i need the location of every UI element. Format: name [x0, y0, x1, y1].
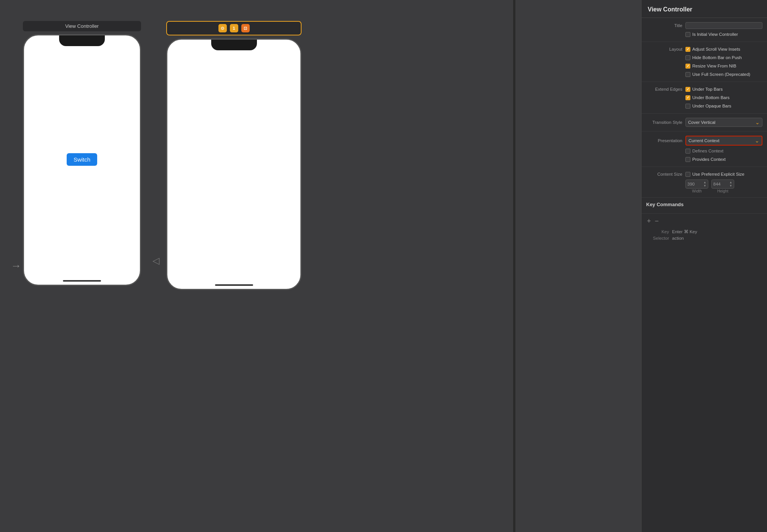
transition-style-dropdown[interactable]: Cover Vertical ⌄	[685, 118, 762, 127]
is-initial-checkbox[interactable]	[685, 32, 690, 37]
toolbar-icon-1: ⊙	[218, 24, 227, 32]
adjust-scroll-row: Layout Adjust Scroll View Insets	[642, 45, 767, 53]
presentation-dropdown[interactable]: Current Context ⌄	[685, 136, 762, 146]
use-full-screen-label: Use Full Screen (Deprecated)	[692, 72, 750, 77]
initial-view-controller-arrow: →	[11, 260, 21, 272]
width-field-container: 390 ▲▼ Width	[685, 179, 708, 193]
height-value: 844	[713, 182, 720, 186]
panel-title: View Controller	[642, 0, 767, 18]
iphone-home-bar-1	[63, 280, 101, 282]
transition-section: Transition Style Cover Vertical ⌄	[642, 114, 767, 131]
second-view-controller: ⊙ 1 ⊡	[166, 21, 302, 290]
under-top-bars-row: Extend Edges Under Top Bars	[642, 85, 767, 93]
vc2-toolbar: ⊙ 1 ⊡	[166, 21, 302, 35]
use-full-screen-content: Use Full Screen (Deprecated)	[685, 72, 762, 77]
under-bottom-bars-row: Under Bottom Bars	[642, 93, 767, 102]
transition-style-content: Cover Vertical ⌄	[685, 118, 762, 127]
defines-context-checkbox[interactable]	[685, 149, 690, 154]
hide-bottom-bar-row: Hide Bottom Bar on Push	[642, 53, 767, 62]
adjust-scroll-label: Adjust Scroll View Insets	[692, 47, 740, 51]
under-bottom-bars-label: Under Bottom Bars	[692, 95, 730, 100]
presentation-label: Presentation	[646, 138, 682, 143]
provides-context-checkbox[interactable]	[685, 157, 690, 162]
title-section: Title Is Initial View Controller	[642, 18, 767, 42]
height-field[interactable]: 844 ▲▼	[711, 179, 734, 189]
resize-view-row: Resize View From NIB	[642, 62, 767, 70]
switch-button[interactable]: Switch	[67, 153, 97, 166]
toolbar-icon-2: 1	[230, 24, 238, 32]
first-view-controller: View Controller Switch	[23, 21, 141, 286]
presentation-dropdown-arrow: ⌄	[755, 138, 759, 144]
toolbar-icon-3: ⊡	[241, 24, 250, 32]
add-key-command-button[interactable]: +	[646, 218, 652, 224]
layout-label: Layout	[646, 47, 682, 51]
transition-style-label: Transition Style	[646, 120, 682, 125]
use-preferred-label: Use Preferred Explicit Size	[692, 172, 745, 176]
under-opaque-bars-checkbox[interactable]	[685, 104, 690, 109]
panel-divider	[513, 0, 515, 532]
resize-view-content: Resize View From NIB	[685, 64, 762, 69]
resize-view-label: Resize View From NIB	[692, 64, 736, 68]
under-opaque-bars-row: Under Opaque Bars	[642, 102, 767, 110]
defines-context-row: Defines Context	[642, 147, 767, 155]
add-remove-row: + −	[646, 218, 762, 224]
provides-context-content: Provides Context	[685, 157, 762, 162]
width-label: Width	[692, 189, 702, 193]
iphone-notch-1	[59, 35, 105, 46]
key-field-key-label: Key	[646, 229, 669, 234]
transition-style-row: Transition Style Cover Vertical ⌄	[642, 117, 767, 128]
transition-dropdown-arrow: ⌄	[755, 119, 760, 125]
remove-key-command-button[interactable]: −	[654, 218, 660, 224]
defines-context-label: Defines Context	[692, 149, 724, 153]
iphone-home-bar-2	[215, 284, 253, 286]
presentation-row: Presentation Current Context ⌄	[642, 135, 767, 147]
extend-edges-label: Extend Edges	[646, 87, 682, 91]
iphone-frame-2	[166, 38, 302, 290]
content-size-section: Content Size Use Preferred Explicit Size…	[642, 167, 767, 198]
presentation-value: Current Context	[688, 138, 719, 143]
iphone-notch-2	[211, 40, 257, 50]
content-size-label: Content Size	[646, 172, 682, 176]
presentation-content: Current Context ⌄	[685, 136, 762, 146]
use-preferred-row: Content Size Use Preferred Explicit Size	[642, 170, 767, 178]
iphone-frame-1: Switch	[23, 34, 141, 286]
hide-bottom-content: Hide Bottom Bar on Push	[685, 55, 762, 60]
hide-bottom-bar-checkbox[interactable]	[685, 55, 690, 60]
resize-view-checkbox[interactable]	[685, 64, 690, 69]
selector-field-label: Selector	[646, 236, 669, 240]
title-row: Title	[642, 21, 767, 30]
height-stepper[interactable]: ▲▼	[729, 181, 732, 187]
inspector-panel: View Controller Title Is Initial View Co…	[641, 0, 767, 532]
key-commands-bottom: + − Key Enter ⌘ Key Selector action	[642, 214, 767, 532]
under-top-bars-checkbox[interactable]	[685, 87, 690, 92]
use-preferred-checkbox[interactable]	[685, 172, 690, 177]
transition-style-value: Cover Vertical	[688, 120, 716, 125]
title-label: Title	[646, 23, 682, 28]
provides-context-label: Provides Context	[692, 157, 726, 162]
key-field-row: Key Enter ⌘ Key	[646, 228, 762, 235]
title-input[interactable]	[685, 22, 762, 29]
selector-field-value: action	[672, 236, 684, 240]
height-field-container: 844 ▲▼ Height	[711, 179, 734, 193]
defines-context-content: Defines Context	[685, 149, 762, 154]
is-initial-content: Is Initial View Controller	[685, 32, 762, 37]
adjust-scroll-checkbox[interactable]	[685, 47, 690, 52]
under-bottom-bars-checkbox[interactable]	[685, 95, 690, 100]
use-full-screen-checkbox[interactable]	[685, 72, 690, 77]
extend-edges-section: Extend Edges Under Top Bars Under Bottom…	[642, 82, 767, 114]
under-top-bars-content: Under Top Bars	[685, 87, 762, 92]
adjust-scroll-content: Adjust Scroll View Insets	[685, 47, 762, 52]
layout-section: Layout Adjust Scroll View Insets Hide Bo…	[642, 42, 767, 82]
canvas-area: → View Controller Switch ◁ ⊙ 1 ⊡	[0, 0, 641, 532]
hide-bottom-bar-label: Hide Bottom Bar on Push	[692, 55, 742, 60]
key-commands-section: Key Commands	[642, 198, 767, 214]
segue-arrow: ◁	[152, 255, 159, 266]
width-stepper[interactable]: ▲▼	[703, 181, 706, 187]
vc1-label: View Controller	[23, 21, 141, 31]
under-opaque-bars-label: Under Opaque Bars	[692, 104, 731, 108]
under-opaque-bars-content: Under Opaque Bars	[685, 104, 762, 109]
is-initial-row: Is Initial View Controller	[642, 30, 767, 38]
width-field[interactable]: 390 ▲▼	[685, 179, 708, 189]
presentation-section: Presentation Current Context ⌄ Defines C…	[642, 131, 767, 167]
under-top-bars-label: Under Top Bars	[692, 87, 723, 91]
